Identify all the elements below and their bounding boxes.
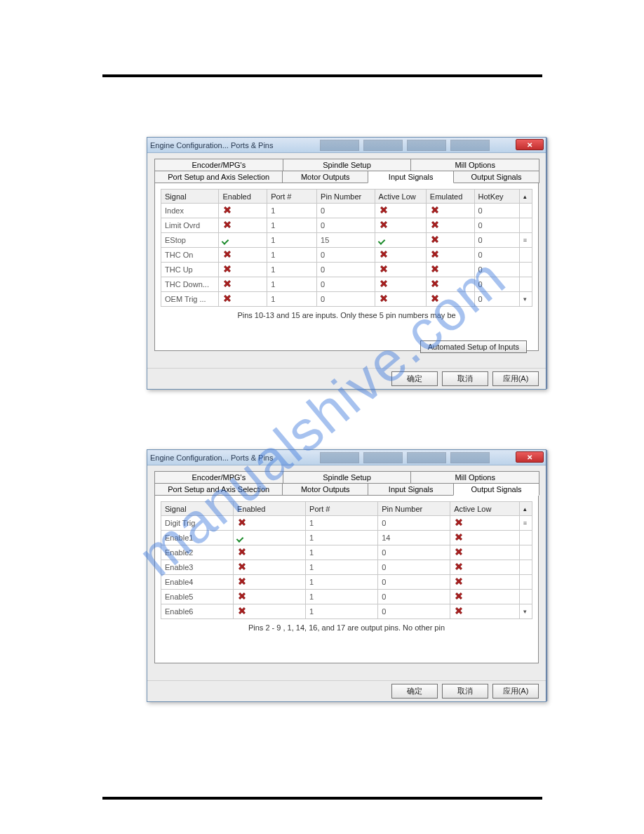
cell-emulated[interactable]: [426, 292, 474, 307]
cell-port[interactable]: 1: [267, 292, 317, 307]
cell-signal[interactable]: Enable4: [161, 575, 234, 590]
cell-enabled[interactable]: [234, 575, 306, 590]
cell-signal[interactable]: Limit Ovrd: [161, 218, 219, 233]
cell-hotkey[interactable]: 0: [474, 218, 519, 233]
cell-enabled[interactable]: [234, 604, 306, 619]
cell-hotkey[interactable]: 0: [474, 263, 519, 277]
scrollbar[interactable]: [519, 277, 532, 292]
cell-active-low[interactable]: [450, 575, 519, 590]
table-row[interactable]: Index100: [161, 204, 532, 218]
col-port[interactable]: Port #: [306, 502, 378, 516]
tab-mill-options[interactable]: Mill Options: [410, 471, 539, 483]
scroll-up[interactable]: ▴: [519, 190, 532, 204]
tab-input-signals[interactable]: Input Signals: [368, 483, 454, 496]
col-port[interactable]: Port #: [267, 190, 317, 204]
cell-active-low[interactable]: [450, 545, 519, 560]
cell-active-low[interactable]: [375, 277, 426, 292]
tab-input-signals[interactable]: Input Signals: [368, 171, 454, 183]
cell-enabled[interactable]: [234, 590, 306, 604]
cell-pin[interactable]: 0: [317, 277, 375, 292]
output-signals-table[interactable]: Signal Enabled Port # Pin Number Active …: [161, 501, 532, 619]
cell-pin[interactable]: 15: [317, 233, 375, 248]
cell-active-low[interactable]: [450, 590, 519, 604]
cell-pin[interactable]: 0: [317, 248, 375, 263]
cell-enabled[interactable]: [234, 545, 306, 560]
cell-port[interactable]: 1: [267, 218, 317, 233]
cell-signal[interactable]: Enable2: [161, 545, 234, 560]
cell-hotkey[interactable]: 0: [474, 277, 519, 292]
ok-button[interactable]: 确定: [391, 371, 438, 386]
tab-port-setup[interactable]: Port Setup and Axis Selection: [154, 483, 283, 496]
tab-output-signals[interactable]: Output Signals: [453, 171, 539, 183]
scrollbar[interactable]: [519, 590, 532, 604]
col-enabled[interactable]: Enabled: [234, 502, 306, 516]
cell-active-low[interactable]: [375, 204, 426, 218]
scrollbar[interactable]: [519, 575, 532, 590]
cell-active-low[interactable]: [375, 292, 426, 307]
table-row[interactable]: Enable610▾: [161, 604, 532, 619]
tab-spindle-setup[interactable]: Spindle Setup: [283, 159, 412, 171]
col-pin[interactable]: Pin Number: [378, 502, 450, 516]
tab-output-signals[interactable]: Output Signals: [453, 483, 539, 496]
cell-signal[interactable]: Enable5: [161, 590, 234, 604]
tab-encoder-mpg[interactable]: Encoder/MPG's: [154, 159, 283, 171]
apply-button[interactable]: 应用(A): [492, 684, 539, 699]
cell-signal[interactable]: OEM Trig ...: [161, 292, 219, 307]
cell-signal[interactable]: THC On: [161, 248, 219, 263]
cell-active-low[interactable]: [375, 263, 426, 277]
col-enabled[interactable]: Enabled: [219, 190, 267, 204]
cell-active-low[interactable]: [450, 604, 519, 619]
tab-spindle-setup[interactable]: Spindle Setup: [283, 471, 412, 483]
col-pin[interactable]: Pin Number: [317, 190, 375, 204]
scrollbar[interactable]: [519, 531, 532, 545]
cell-signal[interactable]: Enable3: [161, 560, 234, 575]
table-row[interactable]: Enable1114: [161, 531, 532, 545]
col-active-low[interactable]: Active Low: [375, 190, 426, 204]
input-signals-table[interactable]: Signal Enabled Port # Pin Number Active …: [161, 189, 532, 307]
cell-emulated[interactable]: [426, 204, 474, 218]
cell-port[interactable]: 1: [306, 531, 378, 545]
cell-pin[interactable]: 0: [317, 292, 375, 307]
close-button[interactable]: ✕: [516, 139, 544, 150]
cell-signal[interactable]: THC Down...: [161, 277, 219, 292]
cell-enabled[interactable]: [219, 263, 267, 277]
cancel-button[interactable]: 取消: [442, 684, 488, 699]
cell-pin[interactable]: 0: [317, 263, 375, 277]
cell-port[interactable]: 1: [306, 516, 378, 531]
cell-port[interactable]: 1: [306, 560, 378, 575]
scrollbar[interactable]: [519, 248, 532, 263]
scrollbar[interactable]: [519, 218, 532, 233]
table-row[interactable]: EStop1150≡: [161, 233, 532, 248]
tab-motor-outputs[interactable]: Motor Outputs: [282, 483, 368, 496]
table-row[interactable]: Enable410: [161, 575, 532, 590]
col-signal[interactable]: Signal: [161, 502, 234, 516]
cell-active-low[interactable]: [450, 531, 519, 545]
table-row[interactable]: Enable510: [161, 590, 532, 604]
cell-port[interactable]: 1: [306, 575, 378, 590]
apply-button[interactable]: 应用(A): [492, 371, 539, 386]
cell-hotkey[interactable]: 0: [474, 292, 519, 307]
cell-hotkey[interactable]: 0: [474, 204, 519, 218]
cell-pin[interactable]: 0: [317, 218, 375, 233]
cell-hotkey[interactable]: 0: [474, 233, 519, 248]
table-row[interactable]: OEM Trig ...100▾: [161, 292, 532, 307]
cell-hotkey[interactable]: 0: [474, 248, 519, 263]
tab-port-setup[interactable]: Port Setup and Axis Selection: [154, 171, 283, 183]
cell-port[interactable]: 1: [306, 604, 378, 619]
col-signal[interactable]: Signal: [161, 190, 219, 204]
cell-enabled[interactable]: [234, 516, 306, 531]
cell-port[interactable]: 1: [267, 263, 317, 277]
cell-active-low[interactable]: [375, 248, 426, 263]
cell-signal[interactable]: Enable1: [161, 531, 234, 545]
table-row[interactable]: THC Up100: [161, 263, 532, 277]
scrollbar[interactable]: [519, 204, 532, 218]
cell-enabled[interactable]: [219, 218, 267, 233]
cell-emulated[interactable]: [426, 277, 474, 292]
cell-emulated[interactable]: [426, 263, 474, 277]
cell-emulated[interactable]: [426, 233, 474, 248]
tab-mill-options[interactable]: Mill Options: [410, 159, 539, 171]
scrollbar[interactable]: ≡: [519, 516, 532, 531]
table-row[interactable]: THC On100: [161, 248, 532, 263]
cell-signal[interactable]: Digit Trig: [161, 516, 234, 531]
col-emulated[interactable]: Emulated: [426, 190, 474, 204]
